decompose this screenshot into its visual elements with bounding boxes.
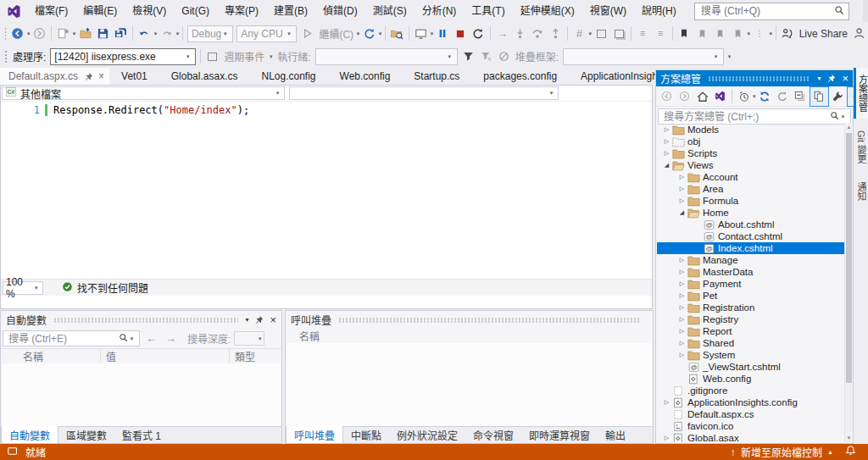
tree-item[interactable]: ▷Pet [657,290,844,302]
menu-T[interactable]: 工具(T) [464,0,512,22]
notifications-bell-icon[interactable] [845,445,856,459]
panel-tab[interactable]: 監看式 1 [114,427,169,443]
collapsed-expander-icon[interactable]: ▷ [677,292,687,299]
home-icon[interactable] [693,87,711,106]
scroll-down-icon[interactable]: ▼ [845,435,853,441]
collapsed-expander-icon[interactable]: ▷ [677,352,687,358]
platform-dropdown[interactable]: Any CPU▾ [236,25,297,42]
account-chip[interactable]: Vet01 [863,0,868,22]
tree-item[interactable]: ▷Report [657,325,844,337]
filter-threads-icon[interactable] [459,47,477,66]
collapsed-expander-icon[interactable]: ▷ [677,304,687,311]
show-next-statement-icon[interactable]: → [493,25,511,43]
unindent-icon[interactable]: ≡ [634,25,652,43]
lifecycle-events-dropdown[interactable]: ▾ [267,53,275,60]
feedback-icon[interactable] [850,25,868,43]
preview-selected-items-icon[interactable] [810,86,829,107]
collapsed-expander-icon[interactable]: ▷ [662,126,671,133]
step-into-icon[interactable] [511,25,529,43]
scrollbar-thumb[interactable] [846,133,852,383]
menu-D[interactable]: 偵錯(D) [315,0,365,22]
tree-item[interactable]: ▷Payment [657,278,844,290]
column-header[interactable]: 名稱 [1,349,101,363]
expanded-expander-icon[interactable]: ◢ [662,162,671,169]
sync-with-active-document-icon[interactable] [774,87,792,106]
se-back-icon[interactable] [658,87,676,106]
collapse-all-icon[interactable] [792,87,810,106]
collapsed-expander-icon[interactable]: ▷ [662,138,671,145]
hot-reload-icon[interactable] [360,25,378,43]
menu-S[interactable]: 測試(S) [365,0,415,22]
collapsed-expander-icon[interactable]: ▷ [677,269,687,275]
project-scope-dropdown[interactable]: C# 其他檔案 ▾ [2,86,285,100]
tree-item[interactable]: ▷Manage [657,254,844,266]
side-tab[interactable]: 通知 [854,175,868,208]
tree-item[interactable]: @Contact.cshtml [657,230,844,242]
menu-B[interactable]: 建置(B) [266,0,315,22]
step-out-icon[interactable] [547,25,565,43]
quick-search-box[interactable] [694,3,849,20]
collapsed-expander-icon[interactable]: ▷ [677,280,687,287]
document-tab[interactable]: Default.aspx.cs× [0,68,109,85]
thread-dropdown[interactable]: ▾ [315,48,458,65]
document-tab[interactable]: packages.config [471,68,569,85]
continue-label[interactable]: 繼續(C) [316,26,356,41]
tree-item[interactable]: favicon.ico [657,420,844,432]
tree-item[interactable]: ▷Formula [657,195,844,207]
redo-dropdown[interactable]: ▾ [175,30,180,37]
document-health-indicator[interactable]: 找不到任何問題 [62,280,148,295]
refresh-icon[interactable] [756,87,774,106]
next-bookmark-icon[interactable] [711,25,729,43]
collapsed-expander-icon[interactable]: ▷ [677,174,687,180]
solution-explorer-title-bar[interactable]: 方案總管 ▾× [656,70,853,86]
restart-icon[interactable] [470,25,487,43]
windows-icon[interactable] [610,25,628,43]
properties-icon[interactable] [829,87,847,106]
tree-item[interactable]: @Index.cshtml [657,242,844,254]
document-tab[interactable]: Startup.cs [402,68,471,85]
search-back-icon[interactable]: ← [143,332,159,345]
tree-item[interactable]: ◢Views [657,159,844,171]
background-tasks-icon[interactable] [7,446,19,459]
bookmark-window-icon[interactable] [729,25,747,43]
hot-reload-dropdown[interactable]: ▾ [378,30,382,37]
redo-icon[interactable] [158,25,175,43]
prev-bookmark-icon[interactable] [693,25,711,43]
window-position-icon[interactable]: ▾ [245,317,248,324]
tree-item[interactable]: Default.aspx.cs [657,408,844,420]
tree-item[interactable]: ▷MasterData [657,266,844,278]
save-icon[interactable] [94,25,112,43]
column-header[interactable]: 類型 [230,349,281,363]
side-tab[interactable]: Git 變更 [854,124,868,170]
toggle-bookmark-icon[interactable] [676,25,693,43]
panel-tab[interactable]: 呼叫堆疊 [286,426,343,443]
se-forward-icon[interactable] [676,87,693,106]
solution-search-input[interactable] [662,110,830,124]
toolbar-overflow-dropdown[interactable]: ▾ [726,53,733,60]
close-icon[interactable]: × [98,70,104,82]
tree-item[interactable]: Web.config [657,373,844,385]
menu-V[interactable]: 檢視(V) [125,0,174,22]
live-share-label[interactable]: Live Share [797,28,850,40]
tree-item[interactable]: ▷Scripts [657,147,844,159]
browser-link-icon[interactable] [412,25,430,43]
collapsed-expander-icon[interactable]: ▷ [677,186,687,192]
collapsed-expander-icon[interactable]: ▷ [677,316,687,323]
tree-item[interactable]: .gitignore [657,385,844,396]
live-share-icon[interactable] [779,25,797,43]
panel-tab[interactable]: 例外狀況設定 [389,427,465,443]
quick-search-input[interactable] [699,4,834,18]
document-tab[interactable]: NLog.config [249,68,327,85]
continue-icon[interactable] [298,25,316,43]
tree-item[interactable]: @_ViewStart.cshtml [657,361,844,373]
break-all-icon[interactable] [434,25,452,43]
collapsed-expander-icon[interactable]: ▷ [677,197,687,204]
expanded-expander-icon[interactable]: ◢ [677,209,687,216]
collapsed-expander-icon[interactable]: ▷ [677,328,687,335]
menu-F[interactable]: 檔案(F) [27,0,75,22]
menu-GitG[interactable]: Git(G) [174,0,217,22]
tree-item[interactable]: ▷ApplicationInsights.config [657,396,844,408]
menu-P[interactable]: 專案(P) [217,0,266,22]
tree-item[interactable]: ▷Registration [657,302,844,313]
switch-views-icon[interactable] [711,87,729,106]
